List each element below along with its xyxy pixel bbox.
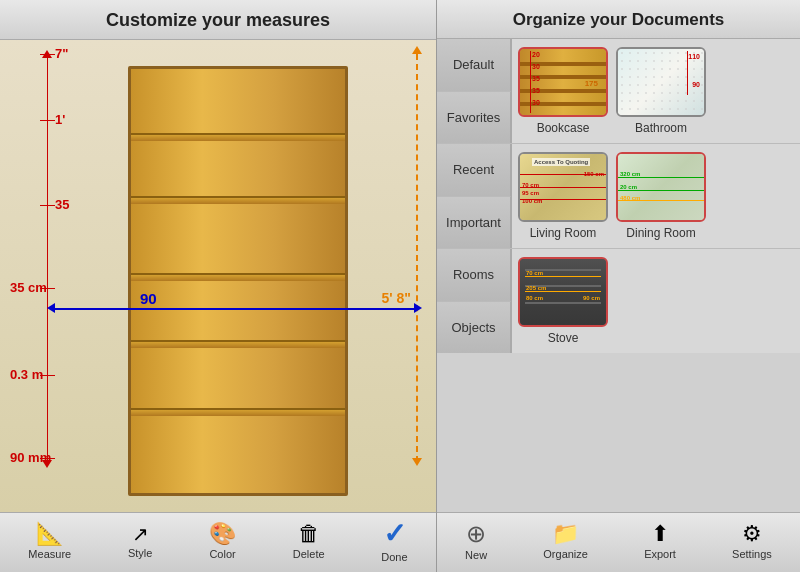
toolbar-measure[interactable]: 📐 Measure: [18, 519, 81, 564]
left-toolbar: 📐 Measure ↗ Style 🎨 Color 🗑 Delete ✓ Don…: [0, 512, 436, 572]
living-thumbnail: 70 cm 95 cm 100 cm 150 cm Access To Quot…: [518, 152, 608, 222]
style-icon: ↗: [132, 524, 149, 544]
orange-arrow-top: [412, 46, 422, 54]
category-row-2: Recent Important 70 cm 95 cm 100: [437, 144, 800, 249]
toolbar-done[interactable]: ✓ Done: [371, 516, 417, 567]
stove-label: Stove: [548, 331, 579, 345]
tick-2: [40, 205, 55, 206]
left-title: Customize your measures: [106, 10, 330, 30]
left-panel: Customize your measures 7" 1' 3: [0, 0, 437, 572]
orange-arrow-bottom: [412, 458, 422, 466]
category-objects: Objects: [437, 302, 511, 354]
category-default: Default: [437, 39, 511, 92]
tick-top: [40, 54, 55, 55]
done-icon: ✓: [383, 520, 406, 548]
delete-label: Delete: [293, 548, 325, 560]
toolbar-delete[interactable]: 🗑 Delete: [283, 519, 335, 564]
left-header: Customize your measures: [0, 0, 436, 40]
doc-living-room[interactable]: 70 cm 95 cm 100 cm 150 cm Access To Quot…: [518, 152, 608, 240]
organize-label: Organize: [543, 548, 588, 560]
new-label: New: [465, 549, 487, 561]
red-vertical-line: [47, 54, 48, 464]
measure-icon: 📐: [36, 523, 63, 545]
organize-icon: 📁: [552, 523, 579, 545]
doc-dining-room[interactable]: 320 cm 20 cm 480 cm Dining Room: [616, 152, 706, 240]
bathroom-thumbnail: 110 90: [616, 47, 706, 117]
measure-35a: 35: [55, 197, 69, 212]
settings-icon: ⚙: [742, 523, 762, 545]
settings-label: Settings: [732, 548, 772, 560]
measurement-overlay: 7" 1' 35 35 cm 0.3 m 90 mm 5' 8" 90: [0, 40, 436, 512]
category-favorites: Favorites: [437, 92, 511, 144]
category-items-1: 20 30 35 35 30 175 Bookcase 11: [512, 39, 800, 143]
category-row-3: Rooms Objects 70: [437, 249, 800, 353]
right-title: Organize your Documents: [513, 10, 725, 29]
stove-thumbnail: 70 cm 205 cm 80 cm 90 cm: [518, 257, 608, 327]
doc-bookcase[interactable]: 20 30 35 35 30 175 Bookcase: [518, 47, 608, 135]
bookcase-label: Bookcase: [537, 121, 590, 135]
dining-label: Dining Room: [626, 226, 695, 240]
measure-1ft: 1': [55, 112, 65, 127]
done-label: Done: [381, 551, 407, 563]
orange-vertical-line: [416, 54, 418, 462]
blue-horizontal-line: [55, 308, 414, 310]
left-content: 7" 1' 35 35 cm 0.3 m 90 mm 5' 8" 90: [0, 40, 436, 512]
export-label: Export: [644, 548, 676, 560]
category-recent: Recent: [437, 144, 511, 197]
style-label: Style: [128, 547, 152, 559]
category-items-3: 70 cm 205 cm 80 cm 90 cm Stove: [512, 249, 800, 353]
category-labels-1: Default Favorites: [437, 39, 512, 143]
right-header: Organize your Documents: [437, 0, 800, 39]
new-icon: ⊕: [466, 522, 486, 546]
toolbar-export[interactable]: ⬆ Export: [634, 519, 686, 564]
toolbar-style[interactable]: ↗ Style: [118, 520, 162, 563]
category-labels-2: Recent Important: [437, 144, 512, 248]
measure-7in: 7": [55, 46, 68, 61]
export-icon: ⬆: [651, 523, 669, 545]
category-labels-3: Rooms Objects: [437, 249, 512, 353]
bookcase-thumbnail: 20 30 35 35 30 175: [518, 47, 608, 117]
category-row-1: Default Favorites: [437, 39, 800, 144]
measure-label: Measure: [28, 548, 71, 560]
measure-90mm: 90 mm: [10, 450, 51, 465]
toolbar-new[interactable]: ⊕ New: [455, 518, 497, 565]
category-rooms: Rooms: [437, 249, 511, 302]
right-panel: Organize your Documents Default Favorite…: [437, 0, 800, 572]
color-icon: 🎨: [209, 523, 236, 545]
toolbar-color[interactable]: 🎨 Color: [199, 519, 246, 564]
measure-width: 90: [140, 290, 157, 307]
doc-stove[interactable]: 70 cm 205 cm 80 cm 90 cm Stove: [518, 257, 608, 345]
dining-thumbnail: 320 cm 20 cm 480 cm: [616, 152, 706, 222]
measure-35cm: 35 cm: [10, 280, 47, 295]
measure-03m: 0.3 m: [10, 367, 43, 382]
toolbar-organize[interactable]: 📁 Organize: [533, 519, 598, 564]
color-label: Color: [209, 548, 235, 560]
bathroom-label: Bathroom: [635, 121, 687, 135]
measure-height: 5' 8": [382, 290, 411, 306]
right-content: Default Favorites: [437, 39, 800, 512]
blue-arrow-left: [47, 303, 55, 313]
doc-bathroom[interactable]: 110 90 Bathroom: [616, 47, 706, 135]
blue-arrow-right: [414, 303, 422, 313]
category-important: Important: [437, 197, 511, 249]
right-toolbar: ⊕ New 📁 Organize ⬆ Export ⚙ Settings: [437, 512, 800, 572]
tick-1: [40, 120, 55, 121]
delete-icon: 🗑: [298, 523, 320, 545]
living-label: Living Room: [530, 226, 597, 240]
toolbar-settings[interactable]: ⚙ Settings: [722, 519, 782, 564]
category-items-2: 70 cm 95 cm 100 cm 150 cm Access To Quot…: [512, 144, 800, 248]
